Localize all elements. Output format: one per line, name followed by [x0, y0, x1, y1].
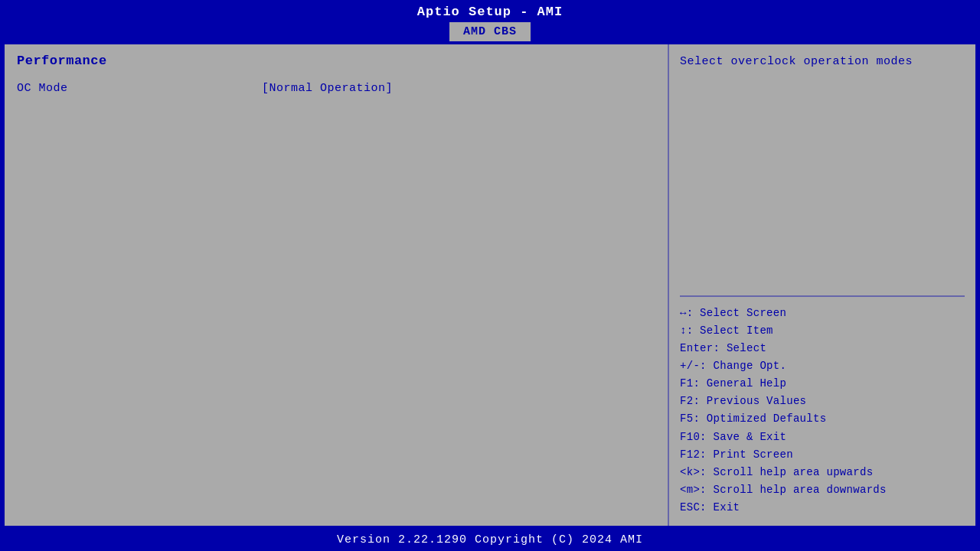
setting-label-oc-mode: OC Mode	[17, 82, 262, 95]
version-text: Version 2.22.1290 Copyright (C) 2024 AMI	[337, 533, 643, 546]
key-hint: +/-: Change Opt.	[680, 357, 965, 375]
key-hint: <k>: Scroll help area upwards	[680, 464, 965, 481]
app-title: Aptio Setup - AMI	[417, 5, 563, 19]
key-hint: F1: General Help	[680, 375, 965, 393]
key-hints: ↔: Select Screen↕: Select ItemEnter: Sel…	[680, 305, 965, 517]
key-hint: F12: Print Screen	[680, 446, 965, 464]
setting-row-oc-mode[interactable]: OC Mode [Normal Operation]	[17, 82, 655, 95]
key-hint: F5: Optimized Defaults	[680, 410, 965, 428]
help-text: Select overclock operation modes	[680, 54, 965, 288]
key-hint: Enter: Select	[680, 340, 965, 357]
status-bar: Version 2.22.1290 Copyright (C) 2024 AMI	[0, 529, 980, 551]
right-panel: Select overclock operation modes ↔: Sele…	[669, 44, 975, 526]
left-panel: Performance OC Mode [Normal Operation]	[5, 44, 669, 526]
key-hint: F2: Previous Values	[680, 393, 965, 410]
key-hint: ↕: Select Item	[680, 322, 965, 340]
key-hint: F10: Save & Exit	[680, 429, 965, 446]
main-content: Performance OC Mode [Normal Operation] S…	[5, 44, 975, 526]
key-hint: <m>: Scroll help area downwards	[680, 481, 965, 499]
tab-bar: AMD CBS	[0, 19, 980, 41]
divider	[680, 295, 965, 297]
key-hint: ESC: Exit	[680, 499, 965, 517]
section-title: Performance	[17, 54, 655, 68]
setting-value-oc-mode: [Normal Operation]	[262, 82, 393, 95]
tab-amd-cbs[interactable]: AMD CBS	[449, 22, 531, 41]
title-bar: Aptio Setup - AMI	[0, 0, 980, 19]
key-hint: ↔: Select Screen	[680, 305, 965, 322]
